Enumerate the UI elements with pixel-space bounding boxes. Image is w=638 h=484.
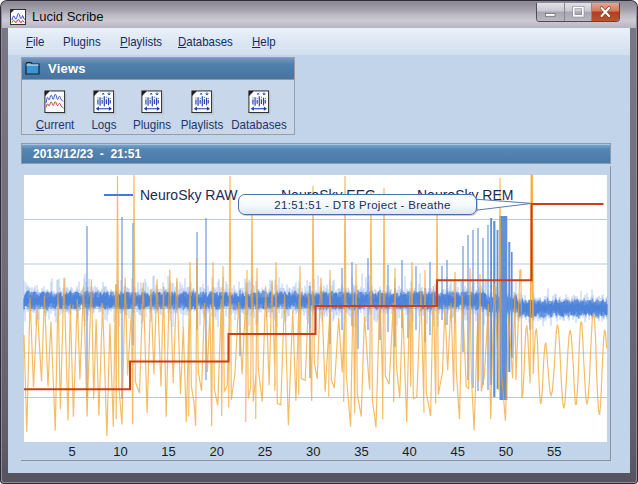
svg-text:25: 25 bbox=[258, 444, 272, 459]
svg-text:15: 15 bbox=[161, 444, 175, 459]
svg-text:5: 5 bbox=[69, 444, 76, 459]
svg-text:10: 10 bbox=[113, 444, 127, 459]
svg-text:55: 55 bbox=[547, 444, 561, 459]
svg-text:45: 45 bbox=[451, 444, 465, 459]
svg-text:40: 40 bbox=[402, 444, 416, 459]
svg-text:35: 35 bbox=[354, 444, 368, 459]
svg-text:50: 50 bbox=[499, 444, 513, 459]
svg-text:30: 30 bbox=[306, 444, 320, 459]
svg-text:20: 20 bbox=[210, 444, 224, 459]
